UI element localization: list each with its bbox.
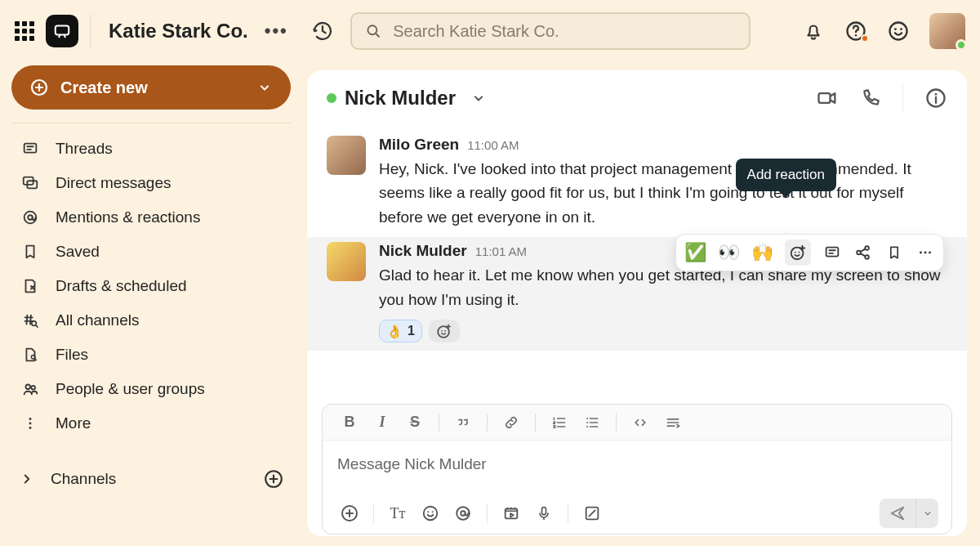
svg-point-5	[894, 28, 897, 30]
sidebar-item-people[interactable]: People & user groups	[11, 372, 291, 406]
bold-button[interactable]: B	[336, 410, 363, 435]
help-button[interactable]	[844, 20, 867, 43]
message-author[interactable]: Nick Mulder	[379, 242, 467, 260]
message-composer: B I S Message Nick Mulder	[322, 404, 952, 535]
strike-button[interactable]: S	[401, 410, 429, 435]
add-channel-button[interactable]	[263, 468, 284, 490]
sidebar-item-files[interactable]: Files	[11, 338, 291, 372]
sidebar-item-drafts[interactable]: Drafts & scheduled	[11, 269, 291, 303]
svg-point-3	[855, 34, 858, 37]
separator	[616, 414, 617, 432]
quick-reaction-hands[interactable]: 🙌	[751, 242, 773, 263]
reaction-emoji: 👌	[386, 324, 403, 339]
app-drawer-button[interactable]	[15, 21, 34, 41]
app-logo[interactable]	[46, 15, 78, 47]
audio-clip-button[interactable]	[530, 499, 558, 527]
svg-point-34	[438, 326, 449, 338]
svg-rect-21	[819, 93, 831, 103]
sidebar-section-label: Channels	[51, 470, 116, 488]
info-button[interactable]	[924, 87, 947, 110]
code-block-button[interactable]	[659, 410, 687, 435]
chat-header: Nick Mulder	[307, 70, 967, 126]
svg-point-38	[586, 421, 588, 423]
share-button[interactable]	[853, 243, 873, 262]
divider	[902, 83, 903, 113]
emoji-button[interactable]	[416, 499, 444, 527]
sidebar-item-more[interactable]: More	[11, 406, 291, 441]
separator	[487, 503, 488, 523]
svg-point-35	[441, 330, 443, 332]
sidebar-item-threads[interactable]: Threads	[11, 132, 291, 166]
sidebar-item-label: Direct messages	[56, 174, 172, 192]
search-input[interactable]	[393, 22, 736, 41]
composer-input[interactable]: Message Nick Mulder	[323, 441, 951, 493]
svg-point-11	[24, 212, 37, 224]
quick-reaction-check[interactable]: ✅	[684, 242, 706, 263]
sidebar-item-saved[interactable]: Saved	[11, 235, 291, 269]
code-button[interactable]	[626, 410, 654, 435]
workspace-name[interactable]: Katie Stark Co.	[109, 20, 248, 43]
sidebar-item-label: People & user groups	[56, 380, 205, 398]
message-list: Add reaction ✅ 👀 🙌 Milo Green	[307, 126, 967, 404]
link-button[interactable]	[497, 410, 525, 435]
svg-point-37	[586, 417, 588, 418]
add-reaction-pill[interactable]	[429, 320, 460, 342]
message-text: Hey, Nick. I've looked into that project…	[379, 157, 947, 229]
message-timestamp: 11:01 AM	[475, 244, 527, 258]
reaction-pill[interactable]: 👌 1	[379, 320, 422, 342]
threads-icon	[20, 140, 41, 158]
more-icon	[20, 414, 41, 432]
sidebar-item-mentions[interactable]: Mentions & reactions	[11, 200, 291, 235]
search-icon	[365, 22, 381, 40]
message-avatar[interactable]	[327, 242, 366, 281]
quote-button[interactable]	[449, 410, 477, 435]
svg-point-19	[29, 427, 32, 429]
send-options-button[interactable]	[915, 499, 938, 528]
message: Milo Green 11:00 AM Hey, Nick. I've look…	[307, 131, 967, 237]
hash-search-icon	[20, 311, 41, 329]
chevron-down-icon[interactable]	[470, 90, 487, 106]
add-reaction-button[interactable]	[785, 239, 811, 266]
svg-point-43	[432, 511, 434, 512]
sidebar-item-direct-messages[interactable]: Direct messages	[11, 166, 291, 200]
bullet-list-button[interactable]	[578, 410, 606, 435]
svg-point-16	[31, 386, 35, 390]
more-actions-button[interactable]	[915, 243, 935, 262]
message-author[interactable]: Milo Green	[379, 136, 459, 154]
audio-call-button[interactable]	[860, 87, 881, 109]
user-avatar[interactable]	[929, 13, 965, 49]
send-button[interactable]	[880, 499, 915, 528]
format-toggle-button[interactable]: Tт	[384, 499, 412, 527]
files-icon	[20, 346, 41, 364]
svg-point-39	[586, 425, 588, 427]
chevron-right-icon	[18, 472, 36, 486]
workspace-menu-button[interactable]: •••	[265, 20, 288, 42]
sidebar-item-label: All channels	[56, 311, 139, 329]
chevron-down-icon	[256, 79, 273, 96]
message-avatar[interactable]	[327, 136, 366, 175]
plus-circle-icon	[29, 78, 49, 97]
shortcuts-button[interactable]	[578, 499, 606, 527]
video-call-button[interactable]	[816, 87, 839, 110]
sidebar-section-channels[interactable]: Channels	[11, 462, 291, 496]
attach-button[interactable]	[336, 499, 363, 527]
sidebar-divider	[11, 123, 291, 123]
quick-reaction-eyes[interactable]: 👀	[718, 242, 740, 263]
sidebar-item-all-channels[interactable]: All channels	[11, 303, 291, 338]
sidebar-item-label: Files	[56, 346, 88, 364]
search-bar[interactable]	[350, 12, 751, 50]
svg-point-42	[427, 511, 429, 512]
italic-button[interactable]: I	[368, 410, 396, 435]
ordered-list-button[interactable]	[546, 410, 573, 435]
emoji-status-button[interactable]	[887, 20, 910, 43]
history-button[interactable]	[311, 20, 334, 43]
help-notification-dot	[861, 34, 869, 43]
chat-title[interactable]: Nick Mulder	[345, 87, 456, 110]
create-new-button[interactable]: Create new	[11, 65, 291, 110]
video-clip-button[interactable]	[497, 499, 525, 527]
presence-indicator	[956, 39, 967, 51]
reply-thread-button[interactable]	[822, 243, 842, 262]
notifications-button[interactable]	[802, 20, 825, 43]
mention-button[interactable]	[449, 499, 477, 527]
save-message-button[interactable]	[884, 243, 904, 262]
